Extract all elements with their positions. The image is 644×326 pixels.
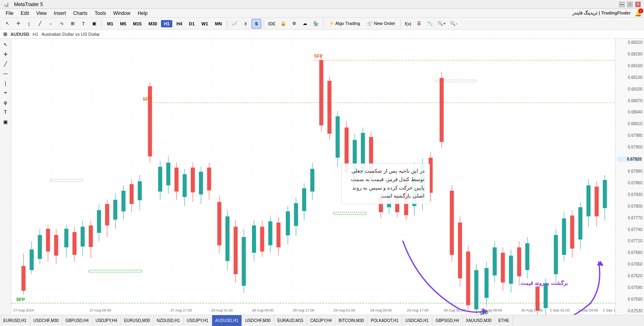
tf-m30[interactable]: M30 bbox=[146, 20, 160, 27]
svg-text:2 Sep 17:00: 2 Sep 17:00 bbox=[603, 308, 615, 312]
status-usdjpy-h1[interactable]: USDJPY,H1 bbox=[184, 315, 212, 326]
status-polkadot-h1[interactable]: POLKADOT,H1 bbox=[367, 315, 402, 326]
chart-type-btn[interactable]: 📈 bbox=[230, 19, 239, 29]
indicators-btn[interactable]: f(x) bbox=[403, 19, 413, 29]
status-usdjpy-h4[interactable]: USDJPY,H4 bbox=[92, 315, 121, 326]
chart-sync-btn[interactable]: S bbox=[252, 19, 261, 29]
tf-m15[interactable]: M15 bbox=[130, 20, 144, 27]
notification-icon[interactable]: 🔔1 bbox=[635, 10, 642, 17]
tf-d1[interactable]: D1 bbox=[186, 20, 198, 27]
ide-btn[interactable]: IDE bbox=[266, 19, 277, 29]
svg-text:29 Aug 01:00: 29 Aug 01:00 bbox=[334, 308, 355, 312]
price-17: 0.67710 bbox=[617, 239, 642, 243]
shapes-tool[interactable]: ▣ bbox=[89, 19, 99, 29]
status-usdchf-m30[interactable]: USDCHF,M30 bbox=[30, 315, 62, 326]
status-xauusd-m30[interactable]: XAUUSD,M30 bbox=[462, 315, 495, 326]
vertical-line-tool[interactable]: | bbox=[24, 19, 34, 29]
sep1 bbox=[101, 20, 102, 28]
zoom-out-btn[interactable]: 🔍- bbox=[448, 19, 459, 29]
menu-charts[interactable]: Charts bbox=[70, 10, 91, 17]
chart-line-btn[interactable]: 📉 bbox=[425, 19, 435, 29]
menu-tools[interactable]: Tools bbox=[91, 10, 109, 17]
svg-rect-69 bbox=[260, 227, 264, 252]
status-gbpsgd-h4[interactable]: GBPSGD,H4 bbox=[432, 315, 462, 326]
brand-logo: تریدینگ فایندر | TradingFinder bbox=[572, 10, 631, 16]
svg-rect-25 bbox=[72, 232, 76, 255]
chart-description: Australian Dollar vs US Dollar bbox=[41, 32, 100, 37]
multi-tool[interactable]: ⊞ bbox=[68, 19, 77, 29]
algo-trading-btn[interactable]: ⚡ Algo Trading bbox=[326, 19, 363, 29]
menu-edit[interactable]: Edit bbox=[17, 10, 32, 17]
maximize-button[interactable]: □ bbox=[627, 2, 633, 7]
crosshair-tool[interactable]: ✛ bbox=[13, 19, 23, 29]
menu-help[interactable]: Help bbox=[134, 10, 151, 17]
new-order-btn[interactable]: 🛒 New Order bbox=[364, 19, 398, 29]
status-cadjpy-h4[interactable]: CADJPY,H4 bbox=[307, 315, 336, 326]
svg-rect-139 bbox=[562, 219, 566, 255]
chart-timeframe-label: H1 bbox=[33, 32, 38, 37]
ray-tool[interactable]: → bbox=[46, 19, 56, 29]
left-tool-text[interactable]: T bbox=[1, 108, 10, 117]
left-tool-channel[interactable]: ⫧ bbox=[1, 89, 10, 97]
left-tool-fib[interactable]: φ bbox=[1, 98, 10, 107]
cloud-btn[interactable]: ☁ bbox=[300, 19, 310, 29]
menu-view[interactable]: View bbox=[33, 10, 50, 17]
left-tool-shapes[interactable]: ▣ bbox=[1, 118, 10, 126]
select-tool[interactable]: ↖ bbox=[2, 19, 12, 29]
annotation-text: در این ناحیه پس از شکست جعلی توسط کندل ق… bbox=[351, 168, 425, 199]
chart-style-btn[interactable]: 🕯 bbox=[241, 19, 250, 29]
menu-insert[interactable]: Insert bbox=[51, 10, 69, 17]
svg-rect-137 bbox=[554, 235, 558, 274]
price-16: 0.67740 bbox=[617, 227, 642, 232]
status-ethe[interactable]: ETHE bbox=[495, 315, 513, 326]
status-bitcoin-m30[interactable]: BITCOIN,M30 bbox=[335, 315, 367, 326]
settings-btn[interactable]: ⚙ bbox=[289, 19, 299, 29]
status-usdcad-h1[interactable]: USDCAD,H1 bbox=[402, 315, 432, 326]
line-tool[interactable]: ╱ bbox=[35, 19, 45, 29]
tf-h1[interactable]: H1 bbox=[161, 20, 172, 27]
window-controls[interactable]: — □ ✕ bbox=[619, 2, 641, 7]
svg-rect-75 bbox=[286, 211, 290, 235]
svg-rect-87 bbox=[336, 116, 340, 158]
close-button[interactable]: ✕ bbox=[635, 2, 641, 7]
status-eurusd-m30[interactable]: EURUSD,M30 bbox=[121, 315, 153, 326]
price-2: 0.68160 bbox=[617, 64, 642, 68]
status-gbpusd-h4[interactable]: GBPUSD,H4 bbox=[62, 315, 93, 326]
price-19: 0.67650 bbox=[617, 262, 642, 266]
svg-rect-31 bbox=[97, 210, 101, 233]
status-audusd-h1[interactable]: AUDUSD,H1 bbox=[212, 315, 242, 326]
svg-rect-41 bbox=[138, 181, 142, 200]
minimize-button[interactable]: — bbox=[619, 2, 625, 7]
lock-btn[interactable]: 🔒 bbox=[279, 19, 288, 29]
status-nzdusd-h1[interactable]: NZDUSD,H1 bbox=[154, 315, 184, 326]
left-tool-crosshair[interactable]: ✛ bbox=[1, 50, 10, 59]
status-eurusd-h1[interactable]: EURUSD,H1 bbox=[0, 315, 30, 326]
tf-m5[interactable]: M5 bbox=[117, 20, 129, 27]
svg-rect-111 bbox=[440, 78, 444, 142]
svg-rect-35 bbox=[113, 200, 117, 220]
left-tool-hline[interactable]: — bbox=[1, 69, 10, 78]
tf-w1[interactable]: W1 bbox=[199, 20, 211, 27]
tf-m1[interactable]: M1 bbox=[104, 20, 116, 27]
menu-window[interactable]: Window bbox=[110, 10, 134, 17]
sep4 bbox=[323, 20, 324, 28]
left-tool-line[interactable]: ╱ bbox=[1, 60, 10, 68]
left-tool-vline[interactable]: | bbox=[1, 79, 10, 88]
left-tool-cursor[interactable]: ↖ bbox=[1, 40, 10, 49]
indicators2-btn[interactable]: ☰ bbox=[414, 19, 424, 29]
svg-rect-141 bbox=[570, 216, 574, 249]
tf-h4[interactable]: H4 bbox=[173, 20, 185, 27]
curve-tool[interactable]: ∿ bbox=[57, 19, 66, 29]
text-tool[interactable]: T bbox=[78, 19, 88, 29]
status-euraud-m15[interactable]: EURAUD,M15 bbox=[274, 315, 307, 326]
annotation-box: در این ناحیه پس از شکست جعلی توسط کندل ق… bbox=[341, 163, 430, 204]
status-usdchf-m30-2[interactable]: USDCHF,M30 bbox=[242, 315, 274, 326]
sep3 bbox=[264, 20, 264, 28]
market-btn[interactable]: 🏪 bbox=[311, 19, 321, 29]
chart-canvas-area[interactable]: 27 Aug 2024 27 Aug 09:00 27 Aug 17:00 28… bbox=[11, 39, 615, 315]
title-bar: 📊 MetaTrader 5 — □ ✕ bbox=[0, 0, 644, 9]
menu-file[interactable]: File bbox=[2, 10, 17, 17]
zoom-in-btn[interactable]: 🔍+ bbox=[436, 19, 447, 29]
tf-mn[interactable]: MN bbox=[212, 20, 225, 27]
svg-rect-29 bbox=[89, 225, 93, 247]
